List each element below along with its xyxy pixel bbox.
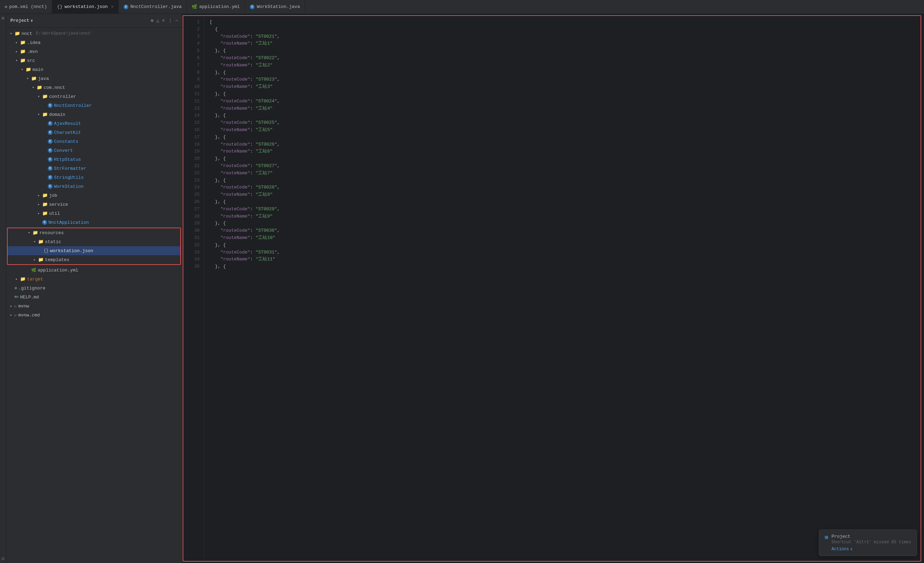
tab-label-workstation-java: WorkStation.java <box>256 4 300 9</box>
code-line-30: "routeCode": "ST0030", <box>210 227 915 235</box>
crosshair-icon[interactable]: ⊕ <box>150 18 153 24</box>
tree-item-resources[interactable]: ▾ 📁 resources <box>8 228 180 237</box>
tree-item-static[interactable]: ▾ 📁 static <box>8 237 180 246</box>
notification-actions-link[interactable]: Actions <box>832 547 849 552</box>
code-line-10: "routeName": "工站3" <box>210 83 915 91</box>
tree-item-convert[interactable]: C Convert <box>6 146 182 155</box>
tree-item-mvnw-cmd[interactable]: ▸ ▷ mvnw.cmd <box>6 310 182 319</box>
tree-item-help-md[interactable]: M+ HELP.md <box>6 293 182 302</box>
tree-item-templates[interactable]: ▸ 📁 templates <box>8 255 180 264</box>
resources-outlined-group: ▾ 📁 resources ▾ 📁 static {} workstation.… <box>7 228 181 265</box>
tree-item-src[interactable]: ▾ 📁 src <box>6 56 182 65</box>
editor-area: 12345 678910 1112131415 1617181920 21222… <box>183 14 924 563</box>
tab-workstation-json[interactable]: {} workstation.json × <box>52 0 118 13</box>
item-name-convert: Convert <box>54 148 73 153</box>
code-line-3: "routeCode": "ST0021", <box>210 33 915 40</box>
tree-item-str-formatter[interactable]: C StrFormatter <box>6 164 182 173</box>
tree-item-com-nnct[interactable]: ▾ 📁 com.nnct <box>6 83 182 92</box>
tree-item-ajax-result[interactable]: C AjaxResult <box>6 119 182 128</box>
java-class-icon-su: C <box>48 175 52 180</box>
folder-icon-mvn: 📁 <box>20 49 26 54</box>
tree-item-nnct[interactable]: ▾ 📁 nnct D:\WorkSpace\java\nnct <box>6 29 182 38</box>
code-line-21: "routeCode": "ST0027", <box>210 163 915 170</box>
strip-icon-2: ⊡ <box>2 556 4 562</box>
more-options-icon[interactable]: ⋮ <box>168 18 172 24</box>
code-line-29: }, { <box>210 220 915 227</box>
code-line-34: "routeName": "工站11" <box>210 256 915 263</box>
tab-workstation-java[interactable]: C WorkStation.java <box>245 0 305 13</box>
sidebar-tree: ▾ 📁 nnct D:\WorkSpace\java\nnct ▸ 📁 .ide… <box>6 28 182 563</box>
chevron-resources-icon: ▾ <box>27 231 31 235</box>
item-name-util: util <box>49 211 60 216</box>
tab-nnct-controller[interactable]: C NnctController.java <box>118 0 187 13</box>
code-line-24: "routeCode": "ST0028", <box>210 184 915 191</box>
item-name-com-nnct: com.nnct <box>44 85 65 90</box>
chevron-domain-icon: ▾ <box>37 112 41 117</box>
item-name-target: target <box>27 277 43 282</box>
tree-item-service[interactable]: ▸ 📁 service <box>6 200 182 209</box>
java-class-icon-cn: C <box>48 139 52 144</box>
java-class-icon-hs: C <box>48 157 52 162</box>
item-name-templates: templates <box>45 257 69 262</box>
tree-item-charset-kit[interactable]: C CharsetKit <box>6 128 182 137</box>
chevron-target-icon: ▸ <box>15 277 19 281</box>
close-sidebar-icon[interactable]: × <box>162 18 165 24</box>
chevron-static-icon: ▾ <box>33 240 37 244</box>
code-line-26: }, { <box>210 199 915 206</box>
java-class-icon-cv: C <box>48 148 52 153</box>
tab-label-workstation-json: workstation.json <box>64 4 108 9</box>
item-name-idea: .idea <box>27 40 40 45</box>
tree-item-target[interactable]: ▸ 📁 target <box>6 275 182 284</box>
code-line-14: }, { <box>210 112 915 119</box>
tree-item-java[interactable]: ▾ 📁 java <box>6 74 182 83</box>
tree-item-application-yml[interactable]: 🌿 application.yml <box>6 266 182 275</box>
item-name-workstation-json-file: workstation.json <box>50 248 93 253</box>
tree-item-mvn[interactable]: ▸ 📁 .mvn <box>6 47 182 56</box>
tab-icon-controller: C <box>123 4 128 9</box>
tree-item-controller[interactable]: ▾ 📁 controller <box>6 92 182 101</box>
collapse-icon[interactable]: △ <box>156 18 159 24</box>
item-name-http-status: HttpStatus <box>54 157 81 162</box>
tree-item-nnct-application[interactable]: C NnctApplication <box>6 218 182 227</box>
sidebar-chevron-icon[interactable]: ∨ <box>31 18 33 23</box>
tab-application-yml[interactable]: 🌿 application.yml <box>187 0 245 13</box>
tree-item-idea[interactable]: ▸ 📁 .idea <box>6 38 182 47</box>
chevron-open-icon: ▾ <box>9 31 13 36</box>
tab-icon-workstation: C <box>250 4 255 9</box>
sidebar-header: Project ∨ ⊕ △ × ⋮ − <box>6 14 182 28</box>
tree-item-http-status[interactable]: C HttpStatus <box>6 155 182 164</box>
folder-icon-util: 📁 <box>42 211 48 216</box>
folder-icon-java: 📁 <box>31 76 37 81</box>
tree-item-gitignore[interactable]: ⊙ .gitignore <box>6 284 182 293</box>
tree-item-mvnw[interactable]: ▸ ▷ mvnw <box>6 302 182 310</box>
item-name-mvnw-cmd: mvnw.cmd <box>18 313 40 318</box>
item-name-workstation-class: WorkStation <box>54 184 84 189</box>
item-name-mvn: .mvn <box>27 49 38 54</box>
tree-item-domain[interactable]: ▾ 📁 domain <box>6 110 182 119</box>
item-name-application-yml: application.yml <box>38 268 78 273</box>
tab-pom[interactable]: m pom.xml (nnct) <box>0 0 52 13</box>
tree-item-util[interactable]: ▸ 📁 util <box>6 209 182 218</box>
tree-item-constants[interactable]: C Constants <box>6 137 182 146</box>
tree-item-job[interactable]: ▸ 📁 job <box>6 191 182 200</box>
code-line-12: "routeCode": "ST0024", <box>210 98 915 105</box>
tree-item-string-utils[interactable]: C StringUtils <box>6 173 182 182</box>
git-file-icon: ⊙ <box>15 286 17 291</box>
tree-item-workstation-class[interactable]: C WorkStation <box>6 182 182 191</box>
line-numbers: 12345 678910 1112131415 1617181920 21222… <box>183 16 204 561</box>
folder-icon-target: 📁 <box>20 276 26 282</box>
tree-item-workstation-json-file[interactable]: {} workstation.json <box>8 246 180 255</box>
chevron-closed-icon: ▸ <box>15 40 19 45</box>
folder-icon-main: 📁 <box>26 67 31 72</box>
tree-item-nnct-controller[interactable]: C NnctController <box>6 101 182 110</box>
code-line-5: }, { <box>210 47 915 55</box>
tab-close-workstation-json[interactable]: × <box>111 5 114 9</box>
minimize-icon[interactable]: − <box>176 18 178 24</box>
chevron-java-icon: ▾ <box>26 76 30 81</box>
item-name-charset-kit: CharsetKit <box>54 130 81 135</box>
code-line-15: "routeCode": "ST0025", <box>210 119 915 127</box>
code-body[interactable]: [ { "routeCode": "ST0021", "routeName": … <box>204 16 921 561</box>
item-name-gitignore: .gitignore <box>18 286 45 291</box>
code-line-33: "routeCode": "ST0031", <box>210 249 915 256</box>
tree-item-main[interactable]: ▾ 📁 main <box>6 65 182 74</box>
